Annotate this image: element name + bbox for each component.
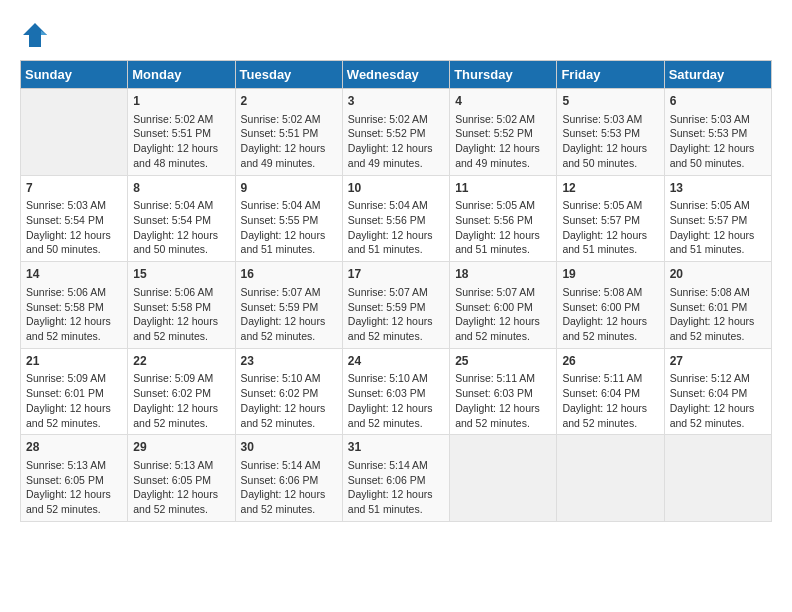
day-info: and 50 minutes. bbox=[133, 242, 229, 257]
day-info: and 51 minutes. bbox=[562, 242, 658, 257]
day-number: 10 bbox=[348, 180, 444, 197]
day-info: Daylight: 12 hours bbox=[562, 228, 658, 243]
day-info: Sunset: 5:52 PM bbox=[348, 126, 444, 141]
calendar-cell: 27Sunrise: 5:12 AMSunset: 6:04 PMDayligh… bbox=[664, 348, 771, 435]
day-info: Daylight: 12 hours bbox=[26, 487, 122, 502]
day-info: and 52 minutes. bbox=[133, 502, 229, 517]
day-info: Sunrise: 5:07 AM bbox=[241, 285, 337, 300]
day-info: and 52 minutes. bbox=[241, 502, 337, 517]
day-number: 11 bbox=[455, 180, 551, 197]
day-info: Sunrise: 5:06 AM bbox=[26, 285, 122, 300]
day-info: Daylight: 12 hours bbox=[26, 228, 122, 243]
day-number: 25 bbox=[455, 353, 551, 370]
calendar-cell: 10Sunrise: 5:04 AMSunset: 5:56 PMDayligh… bbox=[342, 175, 449, 262]
day-number: 8 bbox=[133, 180, 229, 197]
calendar-cell: 8Sunrise: 5:04 AMSunset: 5:54 PMDaylight… bbox=[128, 175, 235, 262]
day-info: Sunset: 6:06 PM bbox=[348, 473, 444, 488]
day-info: Daylight: 12 hours bbox=[348, 228, 444, 243]
day-number: 28 bbox=[26, 439, 122, 456]
calendar-week-1: 1Sunrise: 5:02 AMSunset: 5:51 PMDaylight… bbox=[21, 89, 772, 176]
day-number: 9 bbox=[241, 180, 337, 197]
calendar-cell bbox=[557, 435, 664, 522]
calendar-cell: 5Sunrise: 5:03 AMSunset: 5:53 PMDaylight… bbox=[557, 89, 664, 176]
day-number: 26 bbox=[562, 353, 658, 370]
day-info: and 52 minutes. bbox=[241, 416, 337, 431]
day-info: Daylight: 12 hours bbox=[670, 141, 766, 156]
day-info: and 52 minutes. bbox=[670, 416, 766, 431]
day-info: Sunrise: 5:07 AM bbox=[348, 285, 444, 300]
day-info: Sunrise: 5:05 AM bbox=[562, 198, 658, 213]
day-info: Daylight: 12 hours bbox=[455, 228, 551, 243]
day-info: Daylight: 12 hours bbox=[241, 314, 337, 329]
day-number: 2 bbox=[241, 93, 337, 110]
day-number: 13 bbox=[670, 180, 766, 197]
calendar-cell: 14Sunrise: 5:06 AMSunset: 5:58 PMDayligh… bbox=[21, 262, 128, 349]
day-info: Daylight: 12 hours bbox=[455, 141, 551, 156]
day-info: Sunrise: 5:05 AM bbox=[455, 198, 551, 213]
day-info: and 52 minutes. bbox=[670, 329, 766, 344]
day-info: Sunset: 5:51 PM bbox=[133, 126, 229, 141]
calendar-cell: 23Sunrise: 5:10 AMSunset: 6:02 PMDayligh… bbox=[235, 348, 342, 435]
day-info: Sunrise: 5:04 AM bbox=[348, 198, 444, 213]
calendar-cell bbox=[450, 435, 557, 522]
day-info: and 52 minutes. bbox=[348, 416, 444, 431]
day-header-sunday: Sunday bbox=[21, 61, 128, 89]
day-info: and 51 minutes. bbox=[348, 502, 444, 517]
day-info: Sunrise: 5:13 AM bbox=[26, 458, 122, 473]
day-number: 22 bbox=[133, 353, 229, 370]
calendar-cell: 16Sunrise: 5:07 AMSunset: 5:59 PMDayligh… bbox=[235, 262, 342, 349]
day-number: 15 bbox=[133, 266, 229, 283]
calendar-cell: 13Sunrise: 5:05 AMSunset: 5:57 PMDayligh… bbox=[664, 175, 771, 262]
day-info: Sunset: 5:58 PM bbox=[133, 300, 229, 315]
day-info: Sunset: 5:54 PM bbox=[26, 213, 122, 228]
day-info: Sunset: 6:01 PM bbox=[670, 300, 766, 315]
day-info: Sunset: 5:58 PM bbox=[26, 300, 122, 315]
day-info: Sunset: 6:02 PM bbox=[241, 386, 337, 401]
day-info: Sunrise: 5:11 AM bbox=[562, 371, 658, 386]
day-info: Sunrise: 5:08 AM bbox=[670, 285, 766, 300]
day-info: and 51 minutes. bbox=[455, 242, 551, 257]
calendar-cell: 6Sunrise: 5:03 AMSunset: 5:53 PMDaylight… bbox=[664, 89, 771, 176]
calendar-cell: 22Sunrise: 5:09 AMSunset: 6:02 PMDayligh… bbox=[128, 348, 235, 435]
day-number: 17 bbox=[348, 266, 444, 283]
day-info: Daylight: 12 hours bbox=[241, 487, 337, 502]
day-info: Sunset: 5:51 PM bbox=[241, 126, 337, 141]
day-info: Sunrise: 5:02 AM bbox=[455, 112, 551, 127]
day-info: Sunrise: 5:11 AM bbox=[455, 371, 551, 386]
calendar-cell: 12Sunrise: 5:05 AMSunset: 5:57 PMDayligh… bbox=[557, 175, 664, 262]
day-number: 21 bbox=[26, 353, 122, 370]
calendar-header: SundayMondayTuesdayWednesdayThursdayFrid… bbox=[21, 61, 772, 89]
day-header-tuesday: Tuesday bbox=[235, 61, 342, 89]
day-info: Daylight: 12 hours bbox=[26, 314, 122, 329]
calendar-cell: 25Sunrise: 5:11 AMSunset: 6:03 PMDayligh… bbox=[450, 348, 557, 435]
day-info: and 50 minutes. bbox=[562, 156, 658, 171]
day-number: 19 bbox=[562, 266, 658, 283]
day-info: Daylight: 12 hours bbox=[455, 314, 551, 329]
day-info: Sunrise: 5:07 AM bbox=[455, 285, 551, 300]
day-number: 1 bbox=[133, 93, 229, 110]
day-info: and 52 minutes. bbox=[348, 329, 444, 344]
day-info: Sunset: 6:02 PM bbox=[133, 386, 229, 401]
day-number: 24 bbox=[348, 353, 444, 370]
calendar-cell: 11Sunrise: 5:05 AMSunset: 5:56 PMDayligh… bbox=[450, 175, 557, 262]
day-info: Daylight: 12 hours bbox=[562, 314, 658, 329]
day-info: Sunset: 6:06 PM bbox=[241, 473, 337, 488]
day-info: and 52 minutes. bbox=[26, 329, 122, 344]
calendar-cell: 18Sunrise: 5:07 AMSunset: 6:00 PMDayligh… bbox=[450, 262, 557, 349]
day-info: and 49 minutes. bbox=[455, 156, 551, 171]
day-number: 30 bbox=[241, 439, 337, 456]
day-number: 31 bbox=[348, 439, 444, 456]
calendar-cell: 1Sunrise: 5:02 AMSunset: 5:51 PMDaylight… bbox=[128, 89, 235, 176]
day-info: and 52 minutes. bbox=[26, 416, 122, 431]
day-info: Daylight: 12 hours bbox=[133, 314, 229, 329]
day-info: and 52 minutes. bbox=[26, 502, 122, 517]
day-info: Sunrise: 5:14 AM bbox=[241, 458, 337, 473]
day-info: and 51 minutes. bbox=[670, 242, 766, 257]
day-info: and 50 minutes. bbox=[26, 242, 122, 257]
calendar-cell: 21Sunrise: 5:09 AMSunset: 6:01 PMDayligh… bbox=[21, 348, 128, 435]
calendar-cell: 24Sunrise: 5:10 AMSunset: 6:03 PMDayligh… bbox=[342, 348, 449, 435]
day-info: Daylight: 12 hours bbox=[241, 401, 337, 416]
day-info: Sunset: 5:59 PM bbox=[348, 300, 444, 315]
day-number: 7 bbox=[26, 180, 122, 197]
day-info: Sunrise: 5:09 AM bbox=[26, 371, 122, 386]
